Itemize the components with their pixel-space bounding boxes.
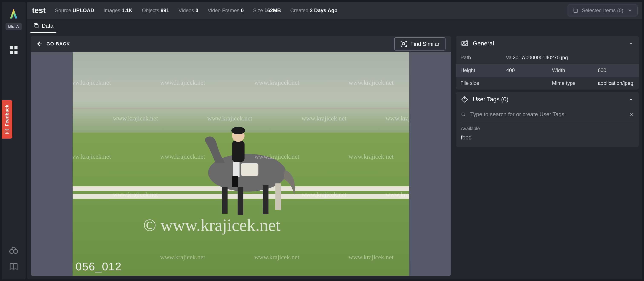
general-accordion-toggle[interactable]: i General [456, 36, 639, 51]
filesize-value [502, 77, 547, 90]
watermark-text: www.krajicek.net [386, 115, 409, 122]
watermark-text: www.krajicek.net [348, 153, 394, 160]
image-subject [167, 119, 315, 220]
watermark-text: www.krajicek.net [386, 191, 409, 198]
selected-items-label: Selected Items (0) [582, 8, 623, 14]
path-label: Path [456, 51, 502, 64]
stat-size: Size 162MB [253, 8, 281, 14]
arrow-left-icon [36, 40, 44, 48]
svg-rect-12 [222, 187, 228, 214]
svg-point-27 [462, 113, 464, 115]
left-nav-rail: BETA [2, 2, 26, 279]
mime-label: Mime type [547, 77, 593, 90]
watermark-text: www.krajicek.net [160, 79, 205, 86]
path-value: val2017/000000140270.jpg [502, 51, 639, 64]
watermark-text: www.krajicek.net [207, 115, 252, 122]
watermark-text: www.krajicek.net [301, 115, 346, 122]
watermark-text: www.krajicek.net [348, 79, 394, 86]
svg-rect-13 [238, 187, 244, 215]
svg-point-4 [10, 249, 14, 253]
stat-video-frames: Video Frames 0 [208, 8, 244, 14]
watermark-text: www.krajicek.net [160, 253, 205, 261]
watermark-text: www.krajicek.net [72, 153, 111, 160]
dataset-name: test [32, 6, 46, 15]
mime-value: application/jpeg [593, 77, 639, 90]
user-tags-accordion-toggle[interactable]: User Tags (0) [456, 92, 639, 107]
find-similar-button[interactable]: Find Similar [394, 37, 446, 51]
watermark-text: www.krajicek.net [72, 79, 111, 86]
general-title: General [473, 40, 494, 47]
height-label: Height [456, 64, 502, 77]
smile-icon [4, 129, 10, 134]
svg-point-5 [14, 249, 18, 253]
beta-badge: BETA [6, 23, 22, 30]
tag-item[interactable]: food [456, 133, 639, 142]
binoculars-icon[interactable] [7, 243, 20, 257]
watermark-text: www.krajicek.net [160, 153, 205, 160]
svg-rect-7 [574, 9, 577, 13]
width-label: Width [547, 64, 593, 77]
svg-rect-3 [14, 51, 18, 54]
tabs-row: Data [27, 19, 642, 33]
nav-grid-icon[interactable] [7, 43, 20, 57]
watermark-text: www.krajicek.net [113, 191, 158, 198]
selected-items-dropdown[interactable]: Selected Items (0) [568, 5, 638, 17]
svg-rect-0 [10, 46, 13, 50]
user-tags-search-input[interactable] [470, 111, 625, 118]
go-back-button[interactable]: GO BACK [36, 40, 70, 48]
app-logo[interactable] [8, 8, 20, 20]
general-accordion: i General Path val2017/000000140270.jpg … [456, 36, 639, 90]
svg-rect-19 [234, 162, 240, 177]
svg-rect-2 [10, 51, 13, 54]
svg-point-33 [8, 130, 8, 131]
watermark-text: www.krajicek.net [254, 253, 299, 261]
svg-rect-15 [275, 183, 281, 210]
chevron-up-icon [628, 41, 634, 46]
scan-search-icon [400, 40, 408, 48]
svg-rect-8 [35, 25, 38, 28]
watermark-text: www.krajicek.net [348, 253, 394, 261]
svg-rect-1 [14, 46, 18, 50]
copy-stack-icon [572, 7, 578, 14]
copy-icon [33, 23, 39, 29]
watermark-text: www.krajicek.net [301, 191, 346, 198]
svg-line-28 [464, 115, 465, 116]
image-content: www.krajicek.net www.krajicek.net www.kr… [72, 52, 409, 276]
image-info-icon: i [461, 40, 468, 47]
svg-line-10 [404, 45, 405, 45]
user-tags-accordion: User Tags (0) [456, 92, 639, 147]
stat-videos: Videos 0 [178, 8, 198, 14]
right-side-panel: i General Path val2017/000000140270.jpg … [456, 36, 639, 276]
book-icon[interactable] [7, 260, 20, 273]
general-properties-table: Path val2017/000000140270.jpg Height 400… [456, 51, 639, 90]
chevron-up-icon [628, 97, 634, 102]
stat-created: Created 2 Days Ago [290, 8, 338, 14]
image-frame-id: 056_012 [76, 260, 122, 273]
feedback-label: Feedback [4, 105, 10, 126]
stat-images: Images 1.1K [104, 8, 132, 14]
width-value: 600 [593, 64, 639, 77]
search-icon [461, 112, 466, 117]
svg-rect-14 [263, 185, 268, 214]
stat-source: Source UPLOAD [55, 8, 94, 14]
height-value: 400 [502, 64, 547, 77]
available-tags-label: Available [456, 122, 639, 133]
stat-objects: Objects 991 [142, 8, 169, 14]
go-back-label: GO BACK [46, 41, 70, 47]
user-tags-title: User Tags (0) [473, 96, 508, 103]
find-similar-label: Find Similar [410, 41, 440, 47]
feedback-button[interactable]: Feedback [2, 100, 12, 139]
image-canvas[interactable]: www.krajicek.net www.krajicek.net www.kr… [31, 52, 451, 276]
svg-rect-16 [232, 141, 245, 162]
svg-rect-20 [232, 176, 238, 187]
svg-point-18 [232, 127, 245, 134]
svg-rect-21 [241, 163, 258, 176]
watermark-main: © www.krajicek.net [143, 215, 280, 235]
svg-point-9 [402, 43, 405, 45]
image-viewer-panel: GO BACK Find Similar [31, 36, 451, 276]
watermark-text: www.krajicek.net [113, 115, 158, 122]
clear-icon[interactable] [629, 112, 634, 117]
svg-point-32 [6, 130, 6, 131]
tab-data[interactable]: Data [30, 19, 56, 33]
svg-rect-31 [5, 129, 9, 133]
